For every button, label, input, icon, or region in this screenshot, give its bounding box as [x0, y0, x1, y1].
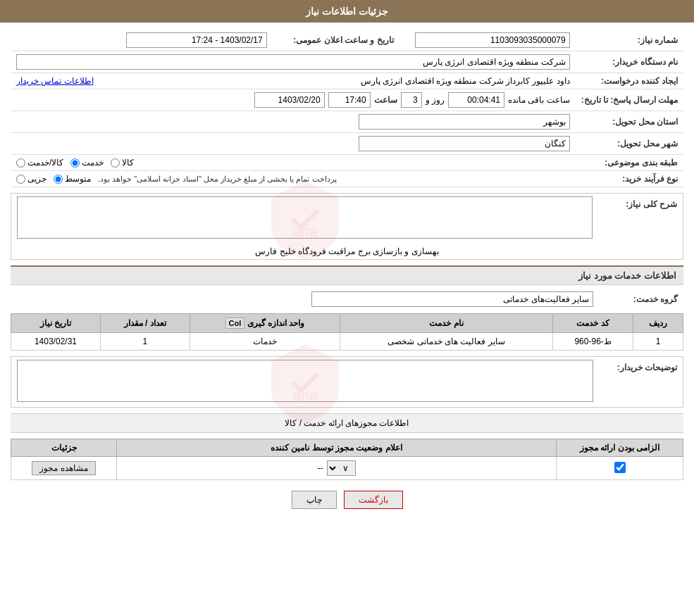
- license-status-value: --: [318, 463, 323, 473]
- button-bar: بازگشت چاپ: [11, 480, 683, 520]
- province-value: [11, 111, 576, 133]
- license-required-cell: [557, 457, 683, 480]
- print-button[interactable]: چاپ: [292, 491, 337, 509]
- category-khidmat-radio[interactable]: [70, 158, 80, 168]
- category-kala-khidmat[interactable]: کالا/خدمت: [16, 158, 63, 168]
- info-row-2: نام دستگاه خریدار:: [11, 51, 683, 73]
- license-required-checkbox[interactable]: [614, 462, 626, 473]
- license-table: الزامی بودن ارائه مجوز اعلام وضعیت مجوز …: [11, 439, 683, 480]
- category-kala-khidmat-radio[interactable]: [16, 158, 25, 168]
- license-status-select[interactable]: ∨: [327, 460, 356, 476]
- license-status-cell: ∨ --: [117, 457, 557, 480]
- category-value: کالا/خدمت خدمت کالا: [11, 155, 576, 171]
- need-number-value: [399, 30, 576, 51]
- view-license-button[interactable]: مشاهده مجوز: [32, 461, 95, 475]
- buyer-desc-watermark-area: ana: [17, 360, 593, 404]
- purchase-jazie-label: جزیی: [27, 174, 47, 184]
- announce-date-label: تاریخ و ساعت اعلان عمومی:: [273, 30, 399, 51]
- license-table-head: الزامی بودن ارائه مجوز اعلام وضعیت مجوز …: [11, 439, 683, 457]
- info-row-8: نوع فرآیند خرید: جزیی متوسط پرداخت تمام …: [11, 171, 683, 187]
- category-kala[interactable]: کالا: [111, 158, 134, 168]
- need-number-label: شماره نیاز:: [576, 30, 683, 51]
- buyer-desc-table: توضیحات خریدار: ana: [11, 356, 683, 408]
- service-group-input[interactable]: [311, 291, 593, 307]
- description-table: شرح کلی نیاز: ana: [11, 194, 683, 244]
- col-unit: واحد اندازه گیری Col: [190, 314, 340, 333]
- service-group-label: گروه خدمت:: [599, 289, 683, 310]
- category-kala-khidmat-label: کالا/خدمت: [27, 158, 63, 168]
- buyer-desc-row: توضیحات خریدار: ana: [11, 357, 683, 408]
- row-quantity: 1: [100, 333, 190, 351]
- info-table: شماره نیاز: تاریخ و ساعت اعلان عمومی: نا…: [11, 30, 683, 187]
- description-value-cell: ana: [11, 194, 598, 244]
- col-license-status: اعلام وضعیت مجوز توسط نامین کننده: [117, 439, 557, 457]
- contact-cell: اطلاعات تماس خریدار: [11, 73, 273, 89]
- purchase-motavasset-label: متوسط: [65, 174, 91, 184]
- purchase-jazie[interactable]: جزیی: [16, 174, 47, 184]
- services-section-title: اطلاعات خدمات مورد نیاز: [11, 265, 683, 285]
- purchase-motavasset-radio[interactable]: [54, 175, 63, 184]
- deadline-date-input[interactable]: [254, 92, 325, 108]
- announce-date-value: [11, 30, 273, 51]
- creator-value: داود علیپور کابرداز شرکت منطقه ویژه اقتص…: [273, 73, 576, 89]
- buyer-org-label: نام دستگاه خریدار:: [576, 51, 683, 73]
- watermark-icon-2: ana: [263, 340, 347, 425]
- category-label: طبقه بندی موضوعی:: [576, 155, 683, 171]
- province-label: استان محل تحویل:: [576, 111, 683, 133]
- row-date: 1403/02/31: [11, 333, 101, 351]
- description-row: شرح کلی نیاز: ana: [11, 194, 683, 244]
- page-header: جزئیات اطلاعات نیاز: [0, 0, 694, 23]
- deadline-time-label: ساعت: [374, 95, 397, 105]
- description-label: شرح کلی نیاز:: [598, 194, 683, 244]
- purchase-motavasset[interactable]: متوسط: [54, 174, 91, 184]
- buyer-org-value: [11, 51, 576, 73]
- info-row-7: طبقه بندی موضوعی: کالا/خدمت خدمت کالا: [11, 155, 683, 171]
- col-quantity: تعداد / مقدار: [100, 314, 190, 333]
- main-content: شماره نیاز: تاریخ و ساعت اعلان عمومی: نا…: [0, 23, 694, 527]
- buyer-org-input[interactable]: [16, 54, 570, 70]
- announce-date-input[interactable]: [126, 32, 267, 48]
- svg-text:ana: ana: [292, 386, 318, 404]
- services-header-row: ردیف کد خدمت نام خدمت واحد اندازه گیری C…: [11, 314, 683, 333]
- need-number-input[interactable]: [415, 32, 570, 48]
- info-row-6: شهر محل تحویل:: [11, 133, 683, 155]
- category-kala-label: کالا: [122, 158, 134, 168]
- row-name: سایر فعالیت های خدماتی شخصی: [340, 333, 553, 351]
- creator-text: داود علیپور کابرداز شرکت منطقه ویژه اقتص…: [361, 76, 570, 86]
- category-khidmat-label: خدمت: [82, 158, 104, 168]
- svg-text:ana: ana: [292, 223, 318, 241]
- category-kala-radio[interactable]: [111, 158, 120, 168]
- license-table-body: ∨ -- مشاهده مجوز: [11, 457, 683, 480]
- description-text-display: بهسازی و بازسازی برج مراقبت فرودگاه خلیج…: [11, 244, 683, 259]
- col-name: نام خدمت: [340, 314, 553, 333]
- deadline-label: مهلت ارسال پاسخ: تا تاریخ:: [576, 89, 683, 111]
- description-watermark-area: ana: [17, 196, 593, 241]
- license-row: ∨ -- مشاهده مجوز: [11, 457, 683, 480]
- service-group-value-cell: [11, 289, 599, 310]
- contact-link[interactable]: اطلاعات تماس خریدار: [16, 76, 94, 86]
- back-button[interactable]: بازگشت: [344, 491, 403, 509]
- deadline-time-input[interactable]: [328, 92, 371, 108]
- service-group-row: گروه خدمت:: [11, 289, 683, 310]
- deadline-value: ساعت باقی مانده روز و ساعت: [11, 89, 576, 111]
- creator-label: ایجاد کننده درخواست:: [576, 73, 683, 89]
- service-group-table: گروه خدمت:: [11, 289, 683, 310]
- col-code: کد خدمت: [553, 314, 633, 333]
- category-khidmat[interactable]: خدمت: [70, 158, 104, 168]
- row-number: 1: [633, 333, 683, 351]
- col-license-required: الزامی بودن ارائه مجوز: [557, 439, 683, 457]
- purchase-jazie-radio[interactable]: [16, 175, 25, 184]
- city-label: شهر محل تحویل:: [576, 133, 683, 155]
- col-date: تاریخ نیاز: [11, 314, 101, 333]
- city-input[interactable]: [359, 136, 570, 151]
- remaining-time-input[interactable]: [448, 92, 504, 108]
- buyer-desc-value-cell: ana: [11, 357, 599, 408]
- col-row: ردیف: [633, 314, 683, 333]
- license-header-row: الزامی بودن ارائه مجوز اعلام وضعیت مجوز …: [11, 439, 683, 457]
- license-details-cell: مشاهده مجوز: [11, 457, 117, 480]
- province-input[interactable]: [359, 114, 570, 130]
- remaining-label: ساعت باقی مانده: [508, 95, 570, 105]
- services-table-head: ردیف کد خدمت نام خدمت واحد اندازه گیری C…: [11, 314, 683, 333]
- deadline-days-input[interactable]: [401, 92, 422, 108]
- watermark-icon: ana: [263, 177, 347, 261]
